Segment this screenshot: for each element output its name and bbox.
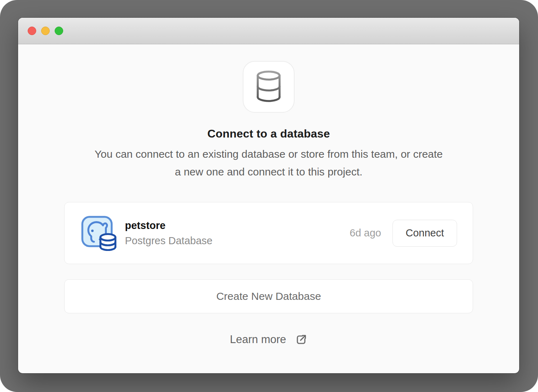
postgres-elephant-database-icon (81, 215, 119, 251)
close-button[interactable] (28, 27, 36, 35)
create-new-database-button[interactable]: Create New Database (64, 279, 473, 313)
external-link-icon (295, 334, 307, 346)
last-used-timestamp: 6d ago (350, 227, 381, 239)
window-titlebar (18, 18, 519, 44)
database-type: Postgres Database (125, 235, 213, 247)
dialog-description: You can connect to an existing database … (93, 145, 444, 181)
learn-more-link[interactable]: Learn more (230, 333, 308, 346)
dialog-title: Connect to a database (207, 127, 330, 140)
desktop-backdrop: Connect to a database You can connect to… (0, 0, 538, 392)
zoom-button[interactable] (55, 27, 63, 35)
database-info: petstore Postgres Database (125, 220, 213, 247)
database-name: petstore (125, 220, 213, 231)
dialog-window: Connect to a database You can connect to… (18, 18, 519, 373)
database-list-item: petstore Postgres Database 6d ago Connec… (64, 202, 473, 264)
database-icon (243, 61, 295, 113)
dialog-content: Connect to a database You can connect to… (18, 44, 519, 373)
learn-more-label: Learn more (230, 333, 286, 346)
window-controls (28, 27, 63, 35)
connect-button[interactable]: Connect (392, 220, 457, 247)
minimize-button[interactable] (41, 27, 50, 35)
